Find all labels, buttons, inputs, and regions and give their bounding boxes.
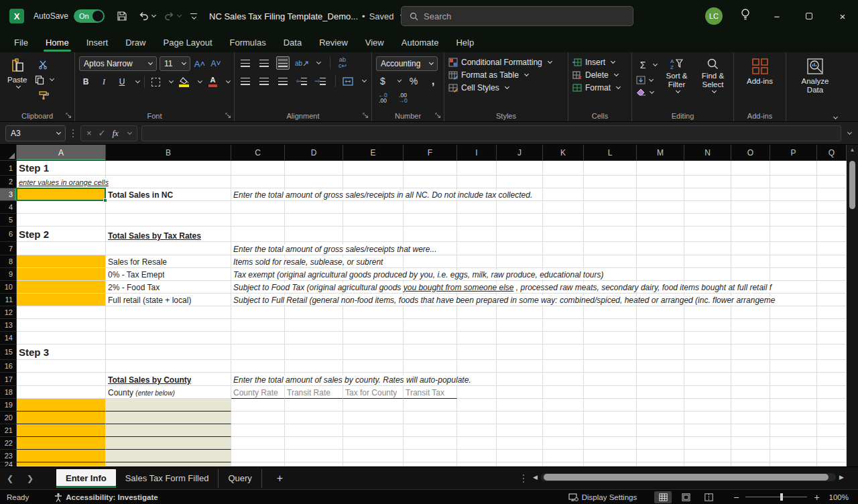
cell-P6[interactable] <box>770 227 817 242</box>
cell-A9[interactable] <box>17 268 106 281</box>
row-header-17[interactable]: 17 <box>0 373 17 386</box>
cell-O6[interactable] <box>731 227 770 242</box>
cell-A15[interactable]: Step 3 <box>17 344 106 360</box>
autosum-button[interactable]: Σ <box>636 58 657 72</box>
cell-Q2[interactable] <box>817 176 847 188</box>
cell-J14[interactable] <box>497 332 543 344</box>
cell-M1[interactable] <box>637 161 684 176</box>
cell-A21[interactable] <box>17 424 106 437</box>
font-color-button[interactable]: A <box>206 75 219 88</box>
conditional-formatting-button[interactable]: Conditional Formatting <box>448 58 564 67</box>
cell-N23[interactable] <box>684 450 731 462</box>
cell-Q18[interactable] <box>817 386 847 399</box>
cell-O7[interactable] <box>731 242 770 255</box>
format-cells-button[interactable]: Format <box>572 83 627 92</box>
redo-button[interactable] <box>164 11 181 21</box>
cell-B20[interactable] <box>106 412 231 424</box>
column-header-q[interactable]: Q <box>817 145 847 160</box>
row-header-9[interactable]: 9 <box>0 268 17 281</box>
cell-Q15[interactable] <box>817 344 847 360</box>
cell-L5[interactable] <box>584 214 637 227</box>
view-normal-button[interactable] <box>654 491 672 503</box>
cell-M8[interactable] <box>637 255 684 268</box>
cell-K13[interactable] <box>543 319 584 332</box>
document-title[interactable]: NC Sales Tax Filing Template_Demo... • S… <box>209 11 404 21</box>
cell-A19[interactable] <box>17 399 106 412</box>
cell-P19[interactable] <box>770 399 817 412</box>
number-format-select[interactable]: Accounting <box>376 56 438 71</box>
cell-D22[interactable] <box>285 437 343 450</box>
cell-L23[interactable] <box>584 450 637 462</box>
cell-N14[interactable] <box>684 332 731 344</box>
cell-J18[interactable] <box>497 386 543 399</box>
cell-A12[interactable] <box>17 306 106 319</box>
cell-P11[interactable] <box>770 294 817 306</box>
cell-D1[interactable] <box>285 161 343 176</box>
cell-P14[interactable] <box>770 332 817 344</box>
cell-E5[interactable] <box>343 214 404 227</box>
cell-Q6[interactable] <box>817 227 847 242</box>
expand-formula-bar-button[interactable] <box>847 129 852 134</box>
save-icon[interactable] <box>117 11 127 21</box>
cell-K1[interactable] <box>543 161 584 176</box>
cell-D16[interactable] <box>285 360 343 373</box>
scroll-up-icon[interactable]: ▲ <box>847 147 858 153</box>
cell-N3[interactable] <box>684 188 731 201</box>
cell-K23[interactable] <box>543 450 584 462</box>
sort-filter-button[interactable]: AZ Sort & Filter <box>660 56 694 109</box>
cell-N17[interactable] <box>684 373 731 386</box>
cell-F19[interactable] <box>404 399 457 412</box>
enter-button[interactable]: ✓ <box>99 128 106 138</box>
row-header-7[interactable]: 7 <box>0 242 17 255</box>
scroll-right-icon[interactable]: ▶ <box>839 474 844 481</box>
cell-N2[interactable] <box>684 176 731 188</box>
horizontal-scroll-thumb[interactable] <box>544 474 829 481</box>
cell-B3[interactable]: Total Sales in NC <box>106 188 231 201</box>
row-header-13[interactable]: 13 <box>0 319 17 332</box>
cell-E6[interactable] <box>343 227 404 242</box>
row-header-8[interactable]: 8 <box>0 255 17 268</box>
formula-input[interactable] <box>141 125 841 141</box>
cell-P21[interactable] <box>770 424 817 437</box>
cell-B17[interactable]: Total Sales by County <box>106 373 231 386</box>
cell-J5[interactable] <box>497 214 543 227</box>
cell-A3[interactable] <box>17 188 106 201</box>
cell-O20[interactable] <box>731 412 770 424</box>
cell-O22[interactable] <box>731 437 770 450</box>
cell-L14[interactable] <box>584 332 637 344</box>
cell-F20[interactable] <box>404 412 457 424</box>
cell-I16[interactable] <box>457 360 497 373</box>
cell-O15[interactable] <box>731 344 770 360</box>
cell-N13[interactable] <box>684 319 731 332</box>
cell-E18[interactable]: Tax for County <box>343 386 404 399</box>
cell-K4[interactable] <box>543 201 584 214</box>
currency-button[interactable]: $ <box>376 74 389 88</box>
cell-L4[interactable] <box>584 201 637 214</box>
cell-K3[interactable] <box>543 188 584 201</box>
horizontal-scrollbar[interactable]: ◀ ▶ <box>533 473 844 481</box>
cell-Q22[interactable] <box>817 437 847 450</box>
cell-M3[interactable] <box>637 188 684 201</box>
cell-E14[interactable] <box>343 332 404 344</box>
column-header-k[interactable]: K <box>543 145 584 160</box>
cell-B5[interactable] <box>106 214 231 227</box>
format-as-table-button[interactable]: Format as Table <box>448 70 564 80</box>
column-header-j[interactable]: J <box>497 145 543 160</box>
cell-P7[interactable] <box>770 242 817 255</box>
vertical-scrollbar[interactable]: ▲ <box>847 145 858 466</box>
cell-C7[interactable]: Enter the total amount of gross sales/re… <box>231 242 285 255</box>
cell-M15[interactable] <box>637 344 684 360</box>
cell-E13[interactable] <box>343 319 404 332</box>
cell-N18[interactable] <box>684 386 731 399</box>
cell-L18[interactable] <box>584 386 637 399</box>
cell-J15[interactable] <box>497 344 543 360</box>
row-header-1[interactable]: 1 <box>0 161 17 176</box>
row-header-21[interactable]: 21 <box>0 424 17 437</box>
undo-button[interactable] <box>138 11 156 21</box>
align-right-button[interactable] <box>276 74 290 88</box>
sheet-tab-query[interactable]: Query <box>219 469 261 488</box>
lightbulb-icon[interactable] <box>740 8 751 21</box>
cell-E20[interactable] <box>343 412 404 424</box>
insert-function-button[interactable]: fx <box>113 128 119 139</box>
cell-L6[interactable] <box>584 227 637 242</box>
